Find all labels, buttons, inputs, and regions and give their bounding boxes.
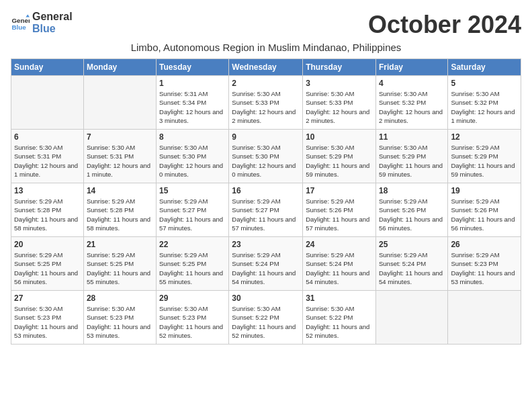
day-number: 24	[306, 240, 373, 249]
day-number: 5	[451, 79, 518, 88]
calendar-header: SundayMondayTuesdayWednesdayThursdayFrid…	[11, 59, 521, 76]
calendar-cell: 21Sunrise: 5:29 AM Sunset: 5:25 PM Dayli…	[83, 237, 156, 291]
calendar-cell: 14Sunrise: 5:29 AM Sunset: 5:28 PM Dayli…	[83, 183, 156, 237]
day-number: 27	[14, 293, 81, 303]
day-info: Sunrise: 5:30 AM Sunset: 5:23 PM Dayligh…	[87, 304, 153, 340]
day-info: Sunrise: 5:30 AM Sunset: 5:23 PM Dayligh…	[159, 304, 226, 340]
day-number: 22	[159, 240, 226, 249]
calendar-cell: 18Sunrise: 5:29 AM Sunset: 5:26 PM Dayli…	[375, 183, 447, 237]
day-number: 3	[306, 79, 373, 88]
calendar-cell: 20Sunrise: 5:29 AM Sunset: 5:25 PM Dayli…	[11, 237, 84, 291]
calendar-cell: 7Sunrise: 5:30 AM Sunset: 5:31 PM Daylig…	[83, 130, 156, 183]
calendar-cell: 30Sunrise: 5:30 AM Sunset: 5:22 PM Dayli…	[229, 291, 303, 345]
calendar-cell: 2Sunrise: 5:30 AM Sunset: 5:33 PM Daylig…	[229, 76, 303, 130]
month-title: October 2024	[368, 11, 521, 39]
weekday-header-row: SundayMondayTuesdayWednesdayThursdayFrid…	[11, 59, 521, 76]
calendar-cell: 23Sunrise: 5:29 AM Sunset: 5:24 PM Dayli…	[229, 237, 303, 291]
calendar-cell: 12Sunrise: 5:29 AM Sunset: 5:29 PM Dayli…	[448, 130, 521, 183]
calendar-table: SundayMondayTuesdayWednesdayThursdayFrid…	[11, 58, 521, 345]
calendar-cell: 9Sunrise: 5:30 AM Sunset: 5:30 PM Daylig…	[229, 130, 303, 183]
day-number: 19	[451, 186, 518, 195]
day-info: Sunrise: 5:30 AM Sunset: 5:33 PM Dayligh…	[232, 89, 300, 125]
day-info: Sunrise: 5:30 AM Sunset: 5:32 PM Dayligh…	[451, 89, 518, 125]
logo-icon: General Blue	[11, 13, 30, 32]
calendar-week-row: 6Sunrise: 5:30 AM Sunset: 5:31 PM Daylig…	[11, 130, 521, 183]
day-info: Sunrise: 5:29 AM Sunset: 5:25 PM Dayligh…	[14, 250, 81, 286]
day-number: 16	[232, 186, 300, 195]
calendar-cell: 24Sunrise: 5:29 AM Sunset: 5:24 PM Dayli…	[303, 237, 376, 291]
calendar-cell: 1Sunrise: 5:31 AM Sunset: 5:34 PM Daylig…	[157, 76, 229, 130]
day-info: Sunrise: 5:30 AM Sunset: 5:22 PM Dayligh…	[306, 304, 373, 340]
calendar-cell: 28Sunrise: 5:30 AM Sunset: 5:23 PM Dayli…	[83, 291, 156, 345]
svg-marker-2	[26, 14, 30, 17]
page-header: General Blue General Blue October 2024	[11, 11, 521, 39]
day-info: Sunrise: 5:30 AM Sunset: 5:30 PM Dayligh…	[159, 143, 226, 179]
day-info: Sunrise: 5:31 AM Sunset: 5:34 PM Dayligh…	[159, 89, 226, 125]
day-info: Sunrise: 5:29 AM Sunset: 5:24 PM Dayligh…	[306, 250, 373, 286]
day-info: Sunrise: 5:29 AM Sunset: 5:24 PM Dayligh…	[379, 250, 445, 286]
day-number: 17	[306, 186, 373, 195]
calendar-cell	[448, 291, 521, 345]
day-number: 4	[379, 79, 445, 88]
day-number: 30	[232, 293, 300, 303]
day-info: Sunrise: 5:30 AM Sunset: 5:31 PM Dayligh…	[14, 143, 81, 179]
day-info: Sunrise: 5:29 AM Sunset: 5:23 PM Dayligh…	[451, 250, 518, 286]
day-number: 2	[232, 79, 300, 88]
weekday-header-friday: Friday	[375, 59, 447, 76]
day-number: 15	[159, 186, 226, 195]
day-info: Sunrise: 5:29 AM Sunset: 5:24 PM Dayligh…	[232, 250, 300, 286]
calendar-cell: 3Sunrise: 5:30 AM Sunset: 5:33 PM Daylig…	[303, 76, 376, 130]
calendar-cell: 16Sunrise: 5:29 AM Sunset: 5:27 PM Dayli…	[229, 183, 303, 237]
day-info: Sunrise: 5:30 AM Sunset: 5:29 PM Dayligh…	[306, 143, 373, 179]
day-number: 26	[451, 240, 518, 249]
calendar-week-row: 1Sunrise: 5:31 AM Sunset: 5:34 PM Daylig…	[11, 76, 521, 130]
calendar-cell: 8Sunrise: 5:30 AM Sunset: 5:30 PM Daylig…	[157, 130, 229, 183]
day-info: Sunrise: 5:30 AM Sunset: 5:32 PM Dayligh…	[379, 89, 445, 125]
day-number: 11	[379, 132, 445, 142]
calendar-cell: 31Sunrise: 5:30 AM Sunset: 5:22 PM Dayli…	[303, 291, 376, 345]
calendar-cell: 27Sunrise: 5:30 AM Sunset: 5:23 PM Dayli…	[11, 291, 84, 345]
day-info: Sunrise: 5:30 AM Sunset: 5:22 PM Dayligh…	[232, 304, 300, 340]
day-number: 25	[379, 240, 445, 249]
calendar-cell: 29Sunrise: 5:30 AM Sunset: 5:23 PM Dayli…	[157, 291, 229, 345]
day-info: Sunrise: 5:29 AM Sunset: 5:29 PM Dayligh…	[451, 143, 518, 179]
day-info: Sunrise: 5:29 AM Sunset: 5:27 PM Dayligh…	[232, 197, 300, 232]
day-number: 9	[232, 132, 300, 142]
calendar-cell: 10Sunrise: 5:30 AM Sunset: 5:29 PM Dayli…	[303, 130, 376, 183]
day-info: Sunrise: 5:30 AM Sunset: 5:29 PM Dayligh…	[379, 143, 445, 179]
calendar-week-row: 13Sunrise: 5:29 AM Sunset: 5:28 PM Dayli…	[11, 183, 521, 237]
day-number: 21	[87, 240, 153, 249]
day-info: Sunrise: 5:29 AM Sunset: 5:25 PM Dayligh…	[159, 250, 226, 286]
day-number: 6	[14, 132, 81, 142]
svg-text:Blue: Blue	[11, 23, 26, 30]
day-info: Sunrise: 5:29 AM Sunset: 5:25 PM Dayligh…	[87, 250, 153, 286]
calendar-cell: 6Sunrise: 5:30 AM Sunset: 5:31 PM Daylig…	[11, 130, 84, 183]
day-number: 7	[87, 132, 153, 142]
logo-line2: Blue	[32, 23, 73, 35]
calendar-cell: 17Sunrise: 5:29 AM Sunset: 5:26 PM Dayli…	[303, 183, 376, 237]
day-info: Sunrise: 5:29 AM Sunset: 5:27 PM Dayligh…	[159, 197, 226, 232]
calendar-subtitle: Limbo, Autonomous Region in Muslim Minda…	[11, 42, 521, 53]
day-info: Sunrise: 5:30 AM Sunset: 5:31 PM Dayligh…	[87, 143, 153, 179]
day-number: 12	[451, 132, 518, 142]
calendar-week-row: 27Sunrise: 5:30 AM Sunset: 5:23 PM Dayli…	[11, 291, 521, 345]
day-number: 20	[14, 240, 81, 249]
day-info: Sunrise: 5:29 AM Sunset: 5:26 PM Dayligh…	[306, 197, 373, 232]
calendar-cell: 15Sunrise: 5:29 AM Sunset: 5:27 PM Dayli…	[157, 183, 229, 237]
weekday-header-saturday: Saturday	[448, 59, 521, 76]
day-info: Sunrise: 5:29 AM Sunset: 5:26 PM Dayligh…	[451, 197, 518, 232]
calendar-cell: 22Sunrise: 5:29 AM Sunset: 5:25 PM Dayli…	[157, 237, 229, 291]
weekday-header-thursday: Thursday	[303, 59, 376, 76]
day-number: 31	[306, 293, 373, 303]
day-info: Sunrise: 5:30 AM Sunset: 5:33 PM Dayligh…	[306, 89, 373, 125]
weekday-header-wednesday: Wednesday	[229, 59, 303, 76]
weekday-header-sunday: Sunday	[11, 59, 84, 76]
calendar-cell: 5Sunrise: 5:30 AM Sunset: 5:32 PM Daylig…	[448, 76, 521, 130]
day-number: 10	[306, 132, 373, 142]
calendar-cell	[375, 291, 447, 345]
calendar-body: 1Sunrise: 5:31 AM Sunset: 5:34 PM Daylig…	[11, 76, 521, 345]
day-number: 29	[159, 293, 226, 303]
calendar-cell: 25Sunrise: 5:29 AM Sunset: 5:24 PM Dayli…	[375, 237, 447, 291]
logo: General Blue General Blue	[11, 11, 73, 34]
day-number: 1	[159, 79, 226, 88]
